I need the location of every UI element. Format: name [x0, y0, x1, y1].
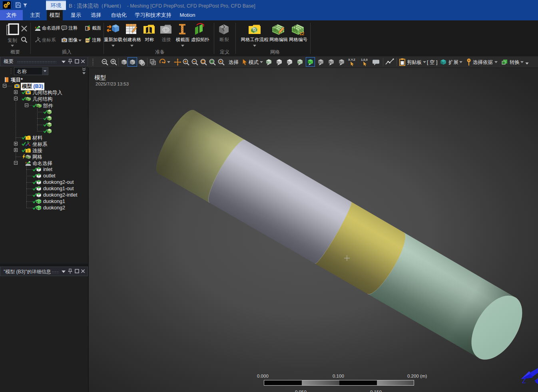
- svg-text:Abc: Abc: [86, 39, 90, 42]
- svg-text:12: 12: [299, 31, 304, 36]
